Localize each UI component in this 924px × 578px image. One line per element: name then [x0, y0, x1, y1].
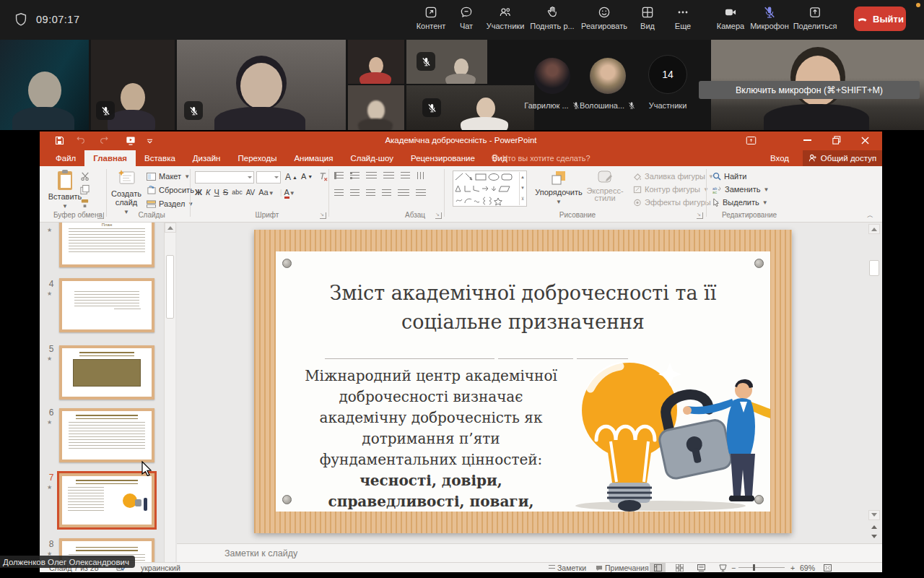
replace-button[interactable]: abac Заменить ▼	[712, 185, 769, 194]
tab-design[interactable]: Дизайн	[184, 150, 230, 166]
slideshow-view-button[interactable]	[715, 563, 731, 572]
shrink-font-button[interactable]: A▼	[301, 172, 313, 181]
line-spacing-button[interactable]	[401, 172, 410, 181]
text-shadow-button[interactable]: abc	[232, 189, 243, 196]
tell-me-box[interactable]: Что вы хотите сделать?	[491, 150, 590, 166]
thumbnail-slide-3[interactable]: План	[59, 223, 154, 267]
video-tile-7[interactable]	[406, 85, 534, 130]
raise-hand-button[interactable]: Поднять р...	[528, 5, 577, 35]
arrange-button[interactable]: Упорядочить ▼	[535, 169, 583, 207]
font-size-combobox[interactable]	[256, 171, 281, 184]
change-case-button[interactable]: Aa▼	[258, 188, 274, 197]
slide-scrollbar[interactable]	[868, 223, 880, 543]
scroll-thumb[interactable]	[869, 260, 879, 276]
slide-sorter-view-button[interactable]	[671, 563, 687, 572]
section-button[interactable]: Раздел ▼	[147, 199, 193, 208]
share-screen-button[interactable]: Поделиться	[791, 5, 839, 35]
thumbnail-scroll-thumb[interactable]	[166, 255, 174, 319]
drawing-dialog-launcher[interactable]: ↘	[697, 212, 703, 219]
thumbnail-slide-7-selected[interactable]	[59, 473, 154, 527]
restore-button[interactable]	[832, 136, 841, 144]
thumbnail-scroll-up-button[interactable]	[165, 223, 176, 233]
zoom-out-button[interactable]: −	[731, 564, 736, 572]
bold-button[interactable]: Ж	[195, 188, 202, 197]
paragraph-dialog-launcher[interactable]: ↘	[435, 212, 442, 219]
video-tile-4[interactable]	[348, 40, 404, 84]
zoom-slider-track[interactable]	[738, 567, 785, 568]
video-tile-5[interactable]	[348, 85, 404, 130]
character-spacing-button[interactable]: AV	[246, 189, 256, 197]
clipboard-dialog-launcher[interactable]: ↘	[97, 212, 104, 219]
security-shield-icon[interactable]	[13, 12, 29, 27]
fit-to-window-button[interactable]	[819, 563, 835, 572]
new-slide-button[interactable]: Создать слайд ▼	[109, 169, 144, 217]
video-tile-2[interactable]	[91, 40, 175, 130]
notes-pane[interactable]: Заметки к слайду	[177, 543, 882, 562]
notes-toggle-button[interactable]: Заметки	[549, 564, 586, 572]
zoom-level[interactable]: 69%	[800, 564, 815, 572]
normal-view-button[interactable]	[650, 563, 666, 572]
shapes-gallery-scroll[interactable]: ▲▼⊻	[519, 172, 526, 205]
video-tile-3[interactable]	[177, 40, 346, 130]
zoom-slider-thumb[interactable]	[753, 564, 755, 571]
video-tile-6[interactable]	[406, 40, 487, 84]
participant-avatar-voloshyna[interactable]: Волошина...	[575, 58, 641, 110]
text-direction-button[interactable]	[417, 172, 424, 179]
format-painter-button[interactable]	[80, 199, 90, 208]
align-center-button[interactable]	[350, 189, 359, 197]
tab-animations[interactable]: Анимация	[285, 150, 341, 166]
shape-fill-button[interactable]: Заливка фигуры ▼	[633, 172, 714, 181]
cut-button[interactable]	[80, 172, 90, 181]
grow-font-button[interactable]: A▲	[285, 172, 297, 182]
next-slide-button[interactable]	[868, 532, 880, 542]
reading-view-button[interactable]	[693, 563, 709, 572]
video-tile-1[interactable]	[0, 40, 89, 130]
zoom-in-button[interactable]: +	[790, 564, 795, 572]
close-button[interactable]	[861, 137, 869, 144]
thumbnail-slide-6[interactable]	[59, 408, 154, 462]
view-button[interactable]: Вид	[632, 5, 663, 35]
chat-button[interactable]: Чат	[450, 5, 482, 35]
smartart-convert-button[interactable]	[416, 189, 426, 198]
layout-button[interactable]: Макет ▼	[147, 172, 190, 181]
font-name-combobox[interactable]	[195, 171, 254, 184]
comments-toggle-button[interactable]: Примечания	[596, 564, 649, 572]
align-right-button[interactable]	[366, 189, 375, 197]
thumbnail-slide-5[interactable]	[59, 345, 154, 400]
clear-formatting-button[interactable]	[318, 172, 328, 181]
collapse-ribbon-icon[interactable]: ︿	[867, 211, 873, 220]
select-button[interactable]: Выделить ▼	[712, 198, 768, 207]
decrease-indent-button[interactable]	[366, 172, 377, 179]
microphone-button[interactable]: Микрофон	[747, 5, 792, 35]
paste-button[interactable]: Вставить ▼	[48, 169, 82, 211]
content-button[interactable]: Контент	[411, 5, 450, 35]
tab-slideshow[interactable]: Слайд-шоу	[341, 150, 402, 166]
shapes-gallery[interactable]: ▲▼⊻	[453, 171, 527, 207]
more-button[interactable]: Еще	[666, 5, 700, 35]
copy-button[interactable]	[80, 185, 90, 194]
increase-indent-button[interactable]	[383, 172, 394, 179]
tab-insert[interactable]: Вставка	[136, 150, 184, 166]
participants-count-tile[interactable]: 14 Участники	[635, 55, 701, 110]
align-left-button[interactable]	[334, 189, 344, 197]
font-dialog-launcher[interactable]: ↘	[320, 212, 326, 219]
sign-in-button[interactable]: Вход	[770, 150, 789, 166]
strikethrough-button[interactable]: S	[223, 188, 228, 197]
italic-button[interactable]: К	[206, 188, 210, 197]
react-button[interactable]: Реагировать	[577, 5, 632, 35]
minimize-button[interactable]	[803, 139, 811, 142]
find-button[interactable]: Найти	[712, 172, 746, 181]
tab-home[interactable]: Главная	[84, 150, 136, 166]
ribbon-display-options-icon[interactable]	[746, 136, 757, 145]
scroll-down-button[interactable]	[868, 510, 880, 520]
bullets-button[interactable]	[334, 172, 344, 179]
slide-canvas[interactable]: Зміст академічної доброчесності та її со…	[254, 230, 792, 533]
thumbnail-scrollbar[interactable]	[164, 223, 175, 562]
tab-review[interactable]: Рецензирование	[402, 150, 484, 166]
justify-button[interactable]	[382, 189, 391, 197]
reset-button[interactable]: Сбросить	[147, 186, 194, 194]
tab-file[interactable]: Файл	[47, 150, 84, 166]
numbering-button[interactable]	[350, 172, 359, 179]
participants-button[interactable]: Участники	[481, 5, 530, 35]
camera-button[interactable]: Камера	[710, 5, 751, 35]
